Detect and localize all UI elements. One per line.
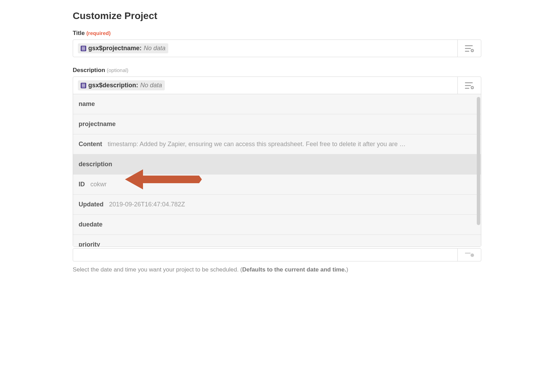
- description-pill-name: gsx$description:: [88, 82, 138, 89]
- insert-list-icon: [465, 45, 474, 52]
- option-updated[interactable]: Updated 2019-09-26T16:47:04.782Z: [73, 195, 481, 215]
- title-insert-field-button[interactable]: [457, 40, 481, 57]
- svg-rect-2: [82, 50, 85, 50]
- option-key: priority: [79, 241, 100, 245]
- title-label: Title (required): [73, 30, 481, 37]
- option-duedate[interactable]: duedate: [73, 215, 481, 235]
- description-input[interactable]: gsx$description: No data: [73, 77, 457, 94]
- option-key: Content: [79, 141, 102, 148]
- help-bold: Defaults to the current date and time.: [242, 266, 346, 273]
- option-projectname[interactable]: projectname: [73, 114, 481, 134]
- svg-rect-0: [82, 47, 85, 47]
- schedule-input-row[interactable]: [73, 248, 481, 261]
- option-key: Updated: [79, 201, 104, 208]
- page-heading: Customize Project: [73, 10, 481, 21]
- dropdown-scrollbar[interactable]: [477, 97, 480, 225]
- schedule-dropdown-button[interactable]: [457, 249, 481, 261]
- field-options-list: name projectname Content timestamp: Adde…: [73, 94, 481, 247]
- title-pill-name: gsx$projectname:: [88, 45, 142, 52]
- schedule-input[interactable]: [73, 249, 457, 261]
- description-label-text: Description: [73, 67, 105, 73]
- description-label: Description (optional): [73, 67, 481, 74]
- svg-rect-11: [82, 87, 85, 87]
- option-key: duedate: [79, 221, 102, 228]
- insert-list-icon: [465, 82, 474, 89]
- option-key: name: [79, 100, 95, 108]
- title-pill-value: No data: [144, 45, 166, 52]
- option-value: timestamp: Added by Zapier, ensuring we …: [108, 141, 405, 148]
- option-value: cokwr: [90, 181, 107, 188]
- title-pill[interactable]: gsx$projectname: No data: [78, 43, 168, 53]
- option-key: projectname: [79, 121, 116, 128]
- svg-rect-10: [82, 85, 85, 86]
- option-description[interactable]: description: [73, 154, 481, 175]
- spreadsheet-icon: [81, 83, 86, 88]
- title-label-text: Title: [73, 30, 85, 36]
- description-input-row[interactable]: gsx$description: No data: [73, 77, 481, 94]
- spreadsheet-icon: [81, 46, 86, 51]
- title-required-tag: (required): [86, 30, 110, 36]
- svg-rect-9: [82, 84, 85, 84]
- title-input-row[interactable]: gsx$projectname: No data: [73, 39, 481, 57]
- description-pill-value: No data: [140, 82, 162, 89]
- description-pill[interactable]: gsx$description: No data: [78, 80, 165, 90]
- description-optional-tag: (optional): [107, 67, 128, 73]
- svg-rect-1: [82, 48, 85, 49]
- title-input[interactable]: gsx$projectname: No data: [73, 40, 457, 57]
- insert-list-collapsed-icon: [465, 252, 474, 257]
- option-id[interactable]: ID cokwr: [73, 175, 481, 195]
- description-insert-field-button[interactable]: [457, 77, 481, 94]
- option-name[interactable]: name: [73, 94, 481, 114]
- option-content[interactable]: Content timestamp: Added by Zapier, ensu…: [73, 134, 481, 154]
- description-dropdown: gsx$description: No data name: [73, 77, 481, 247]
- option-priority[interactable]: priority: [73, 235, 481, 247]
- option-key: ID: [79, 181, 85, 188]
- help-suffix: ): [346, 266, 348, 273]
- help-prefix: Select the date and time you want your p…: [73, 266, 242, 273]
- schedule-help-text: Select the date and time you want your p…: [73, 266, 481, 273]
- option-value: 2019-09-26T16:47:04.782Z: [109, 201, 185, 208]
- svg-point-20: [471, 253, 474, 257]
- option-key: description: [79, 161, 112, 168]
